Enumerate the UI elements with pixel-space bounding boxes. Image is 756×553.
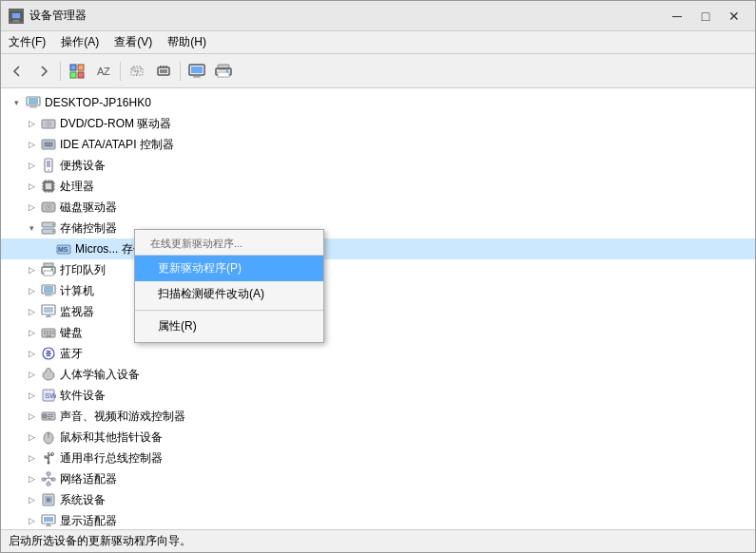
- svg-point-59: [52, 224, 54, 226]
- svg-point-39: [48, 169, 49, 171]
- svg-text:SW: SW: [45, 391, 56, 400]
- device-manager-window: 设备管理器 ─ □ ✕ 文件(F) 操作(A) 查看(V) 帮助(H): [0, 0, 756, 553]
- keyboard-icon: [41, 325, 56, 340]
- network-icon: [41, 471, 56, 486]
- close-button[interactable]: ✕: [721, 7, 747, 26]
- context-menu-scan-hardware[interactable]: 扫描检测硬件改动(A): [135, 281, 323, 307]
- svg-rect-83: [52, 334, 54, 335]
- svg-text:?: ?: [134, 68, 139, 78]
- minimize-button[interactable]: ─: [664, 7, 690, 26]
- menu-view[interactable]: 查看(V): [107, 32, 160, 52]
- svg-rect-78: [49, 331, 51, 333]
- tree-item-audio[interactable]: ▷ 声音、视频和游戏控制器: [1, 406, 755, 427]
- tree-item-bluetooth[interactable]: ▷ 蓝牙: [1, 343, 755, 364]
- tree-item-software[interactable]: ▷ SW 软件设备: [1, 385, 755, 406]
- menu-file[interactable]: 文件(F): [1, 32, 53, 52]
- svg-rect-6: [70, 72, 76, 78]
- tree-item-print[interactable]: ▷ 打印队列: [1, 259, 755, 280]
- forward-button[interactable]: [31, 59, 56, 84]
- network-label: 网络适配器: [60, 471, 117, 487]
- tree-item-system[interactable]: ▷ 系统设备: [1, 489, 755, 510]
- svg-rect-84: [46, 335, 51, 337]
- tree-item-computer[interactable]: ▷ 计算机: [1, 280, 755, 301]
- tree-item-microsoft-storage[interactable]: MS Micros... 存储控制器: [1, 238, 755, 259]
- mouse-icon: [41, 429, 56, 445]
- tree-item-root[interactable]: ▾ DESKTOP-JP16HK0: [1, 92, 755, 113]
- tree-item-dvd[interactable]: ▷ DVD/CD-ROM 驱动器: [1, 113, 755, 134]
- tree-item-cpu[interactable]: ▷: [1, 176, 755, 197]
- expand-icon-display: ▷: [24, 513, 39, 528]
- bluetooth-icon: [41, 346, 56, 361]
- svg-rect-34: [44, 142, 53, 147]
- tree-item-portable[interactable]: ▷ 便携设备: [1, 155, 755, 176]
- svg-rect-1: [12, 13, 20, 18]
- tree-item-storage[interactable]: ▾ 存储控制器: [1, 218, 755, 238]
- tree-item-display[interactable]: ▷ 显示适配器: [1, 510, 755, 529]
- title-bar: 设备管理器 ─ □ ✕: [1, 1, 755, 31]
- tree-item-hid[interactable]: ▷ 人体学输入设备: [1, 364, 755, 385]
- tree-item-network[interactable]: ▷ 网络适配器: [1, 468, 755, 489]
- tree-item-usb[interactable]: ▷ 通用串行总线控制器: [1, 448, 755, 468]
- svg-rect-65: [44, 271, 53, 276]
- scan-hardware-label: 扫描检测硬件改动(A): [158, 286, 264, 302]
- tree-item-monitor[interactable]: ▷ 监视器: [1, 301, 755, 322]
- toolbar-separator-2: [120, 62, 121, 81]
- scan-hardware-button[interactable]: [151, 59, 176, 84]
- svg-rect-119: [47, 524, 50, 525]
- svg-rect-120: [46, 525, 51, 526]
- show-hidden-button[interactable]: ?: [125, 59, 149, 84]
- monitor-icon-button[interactable]: [184, 59, 209, 84]
- disk-icon: [41, 200, 56, 215]
- expand-icon-bluetooth: ▷: [24, 346, 39, 361]
- device-tree[interactable]: ▾ DESKTOP-JP16HK0 ▷: [1, 88, 755, 529]
- tree-item-disk[interactable]: ▷ 磁盘驱动器: [1, 197, 755, 218]
- tree-item-mouse[interactable]: ▷ 鼠标和其他指针设备: [1, 427, 755, 448]
- svg-point-93: [44, 415, 46, 417]
- window-icon: [9, 9, 24, 24]
- context-menu-properties[interactable]: 属性(R): [135, 314, 323, 339]
- svg-rect-94: [48, 414, 53, 415]
- software-label: 软件设备: [60, 388, 106, 404]
- svg-rect-73: [47, 315, 50, 316]
- svg-rect-82: [49, 334, 51, 335]
- expand-icon-ms-storage: [39, 241, 54, 257]
- toolbar-separator-3: [180, 62, 181, 81]
- maximize-button[interactable]: □: [692, 7, 719, 26]
- status-text: 启动所选设备的更新驱动程序向导。: [9, 533, 191, 549]
- expand-icon-software: ▷: [24, 388, 39, 403]
- software-icon: SW: [41, 388, 56, 403]
- svg-rect-3: [12, 21, 20, 22]
- portable-icon: [41, 158, 56, 173]
- tree-item-keyboard[interactable]: ▷ 键盘: [1, 322, 755, 343]
- printer-icon-button[interactable]: [211, 59, 236, 84]
- svg-point-32: [48, 124, 49, 125]
- svg-point-60: [52, 231, 54, 233]
- expand-icon-ide: ▷: [24, 137, 39, 152]
- properties-label: 属性(R): [158, 318, 197, 334]
- context-menu-update-driver[interactable]: 更新驱动程序(P): [135, 256, 323, 281]
- show-categories-button[interactable]: [65, 59, 89, 84]
- menu-action[interactable]: 操作(A): [53, 32, 107, 52]
- expand-icon-keyboard: ▷: [24, 325, 39, 340]
- show-alphabetical-button[interactable]: A Z: [91, 59, 116, 84]
- svg-rect-20: [194, 75, 200, 77]
- system-icon: [41, 492, 56, 507]
- monitor-label: 监视器: [60, 304, 94, 320]
- svg-rect-21: [193, 76, 201, 77]
- back-button[interactable]: [5, 59, 29, 84]
- keyboard-label: 键盘: [60, 325, 83, 341]
- svg-rect-109: [47, 483, 50, 486]
- expand-icon-dvd: ▷: [24, 116, 39, 131]
- ms-storage-icon: MS: [56, 241, 71, 257]
- menu-help[interactable]: 帮助(H): [160, 32, 214, 52]
- main-content: ▾ DESKTOP-JP16HK0 ▷: [1, 88, 755, 529]
- svg-rect-116: [47, 498, 50, 502]
- svg-rect-38: [47, 161, 50, 167]
- tree-item-ide[interactable]: ▷ IDE ATA/ATAPI 控制器: [1, 134, 755, 155]
- svg-rect-41: [46, 183, 51, 189]
- svg-rect-80: [44, 334, 46, 335]
- expand-icon-hid: ▷: [24, 367, 39, 382]
- expand-icon-audio: ▷: [24, 409, 39, 424]
- expand-icon-monitor: ▷: [24, 304, 39, 319]
- update-driver-label: 更新驱动程序(P): [158, 260, 242, 276]
